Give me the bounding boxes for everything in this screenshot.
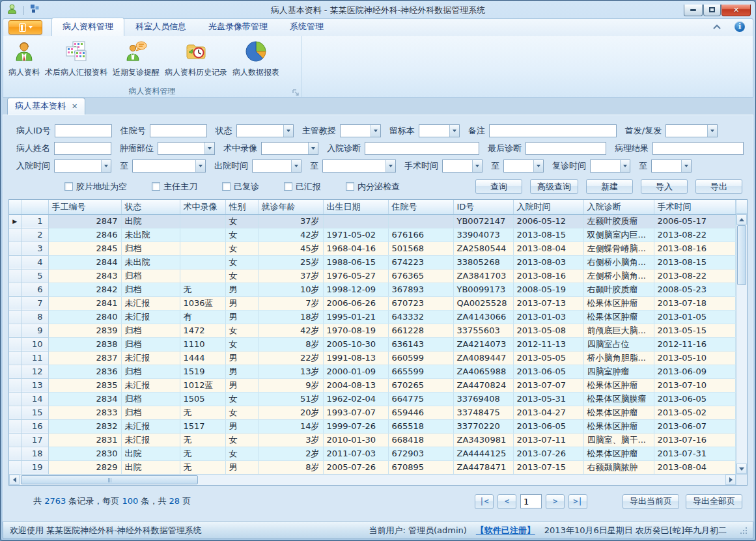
cell[interactable]: 无 <box>180 460 225 474</box>
cell[interactable]: 2012-11-16 <box>654 337 736 351</box>
cell[interactable]: 42岁 <box>258 324 323 337</box>
scroll-right-icon[interactable] <box>725 475 736 485</box>
dialog-launcher-icon[interactable] <box>292 89 299 95</box>
column-header-7[interactable]: ID号 <box>453 200 513 214</box>
cell[interactable]: YB0099173 <box>453 283 513 296</box>
chevron-down-icon[interactable] <box>308 143 318 154</box>
cell[interactable]: 女 <box>225 214 258 228</box>
scroll-up-icon[interactable] <box>736 214 747 225</box>
cell[interactable]: 33769408 <box>453 392 513 406</box>
cell[interactable]: 2004-08-13 <box>323 378 388 392</box>
cell[interactable]: 2833 <box>48 406 121 419</box>
table-row[interactable]: 62842归档无男10岁1998-12-09367893YB0099173200… <box>9 283 736 296</box>
cell[interactable]: 2835 <box>48 378 121 392</box>
ribbon-button-4[interactable]: 病人数据报表 <box>230 38 282 79</box>
cell[interactable]: 2013-05-10 <box>654 351 736 365</box>
cell[interactable]: 8岁 <box>258 337 323 351</box>
cell[interactable]: 归档 <box>121 406 180 419</box>
cell[interactable]: 2013-01-03 <box>513 310 583 324</box>
checkbox-revisited[interactable]: 已复诊 <box>222 181 259 193</box>
cell[interactable]: 男 <box>225 351 258 365</box>
query-button[interactable]: 查询 <box>475 179 522 194</box>
cell[interactable]: 2005-10-30 <box>323 337 388 351</box>
cell[interactable]: 367893 <box>388 283 453 296</box>
chevron-down-icon[interactable] <box>449 125 459 137</box>
cell[interactable]: 2834 <box>48 392 121 406</box>
cell[interactable]: 676166 <box>388 228 453 242</box>
cell[interactable]: 左额叶胶质瘤 <box>583 214 654 228</box>
cell[interactable]: 2013-01-05 <box>654 310 736 324</box>
cell[interactable]: 1991-08-13 <box>323 351 388 365</box>
cell[interactable]: 10岁 <box>258 283 323 296</box>
cell[interactable]: 2013-07-26 <box>513 447 583 460</box>
cell[interactable]: 2006-06-26 <box>323 296 388 310</box>
cell[interactable]: 1998-12-09 <box>323 283 388 296</box>
checkbox-endocrine-exam[interactable]: 内分泌检查 <box>346 181 400 193</box>
chevron-down-icon[interactable] <box>291 160 301 172</box>
cell[interactable]: 33748475 <box>453 406 513 419</box>
cell[interactable]: 1110 <box>180 337 225 351</box>
cell[interactable]: 未汇报 <box>121 296 180 310</box>
admission-no-input[interactable] <box>150 124 207 137</box>
cell[interactable] <box>180 242 225 255</box>
cell[interactable]: 2846 <box>48 228 121 242</box>
cell[interactable]: 37岁 <box>258 214 323 228</box>
cell[interactable]: 37岁 <box>258 269 323 283</box>
ribbon-button-2[interactable]: 近期复诊提醒 <box>110 38 162 79</box>
cell[interactable]: 2013-08-16 <box>654 242 736 255</box>
cell[interactable]: 2013-07-15 <box>513 460 583 474</box>
cell[interactable] <box>180 228 225 242</box>
cell[interactable]: 25岁 <box>258 255 323 269</box>
app-menu-button[interactable] <box>8 20 42 35</box>
surgery-video-combo[interactable] <box>261 142 318 155</box>
cell[interactable]: 无 <box>180 406 225 419</box>
chevron-down-icon[interactable] <box>533 160 543 172</box>
close-button[interactable]: ✕ <box>721 5 751 16</box>
cell[interactable]: 未汇报 <box>121 310 180 324</box>
discharge-date-to-combo[interactable] <box>322 160 396 173</box>
cell[interactable]: 2841 <box>48 296 121 310</box>
cell[interactable]: 松果体区肿瘤 <box>583 419 654 433</box>
cell[interactable]: 22岁 <box>258 351 323 365</box>
ribbon-button-3[interactable]: 病人资料历史记录 <box>162 38 230 79</box>
cell[interactable] <box>388 214 453 228</box>
vertical-scroll-track[interactable] <box>736 285 747 464</box>
cell[interactable]: 左侧桥小脑角... <box>583 269 654 283</box>
cell[interactable]: 2008-05-23 <box>654 283 736 296</box>
revisit-date-from-combo[interactable] <box>590 160 630 173</box>
vertical-scroll-thumb[interactable] <box>737 225 746 285</box>
patient-id-input[interactable] <box>55 124 112 137</box>
cell[interactable]: 2006-05-12 <box>513 214 583 228</box>
cell[interactable]: 左侧蝶骨嵴脑... <box>583 242 654 255</box>
cell[interactable]: 右额颞脑脓肿 <box>583 460 654 474</box>
cell[interactable]: 660599 <box>388 351 453 365</box>
cell[interactable]: 女 <box>225 406 258 419</box>
cell[interactable]: 男 <box>225 283 258 296</box>
pathology-result-input[interactable] <box>652 142 744 155</box>
cell[interactable]: 2013-04-27 <box>513 406 583 419</box>
cell[interactable]: 无 <box>180 283 225 296</box>
column-header-2[interactable]: 术中录像 <box>180 200 225 214</box>
patient-name-input[interactable] <box>54 142 111 155</box>
cell[interactable]: 右颞叶胶质瘤 <box>583 283 654 296</box>
cell[interactable]: 四脑室肿瘤 <box>583 365 654 378</box>
cell[interactable]: 1012蓝 <box>180 378 225 392</box>
cell[interactable]: 1995-01-21 <box>323 310 388 324</box>
cell[interactable]: 1472 <box>180 324 225 337</box>
cell[interactable]: 2845 <box>48 242 121 255</box>
cell[interactable]: 归档 <box>121 392 180 406</box>
cell[interactable]: 前颅底巨大脑... <box>583 324 654 337</box>
cell[interactable]: 33770220 <box>453 419 513 433</box>
cell[interactable]: 1505 <box>180 392 225 406</box>
horizontal-scroll-thumb[interactable] <box>21 475 198 484</box>
column-header-10[interactable]: 手术时间 <box>654 200 736 214</box>
cell[interactable]: 668418 <box>388 433 453 447</box>
cell[interactable]: 2844 <box>48 255 121 269</box>
cell[interactable]: ZA4143066 <box>453 310 513 324</box>
cell[interactable]: 1993-07-07 <box>323 406 388 419</box>
cell[interactable]: 2013-08-16 <box>513 269 583 283</box>
cell[interactable]: 归档 <box>121 283 180 296</box>
cell[interactable]: 男 <box>225 296 258 310</box>
cell[interactable]: 2836 <box>48 365 121 378</box>
cell[interactable]: 2013-07-13 <box>513 296 583 310</box>
